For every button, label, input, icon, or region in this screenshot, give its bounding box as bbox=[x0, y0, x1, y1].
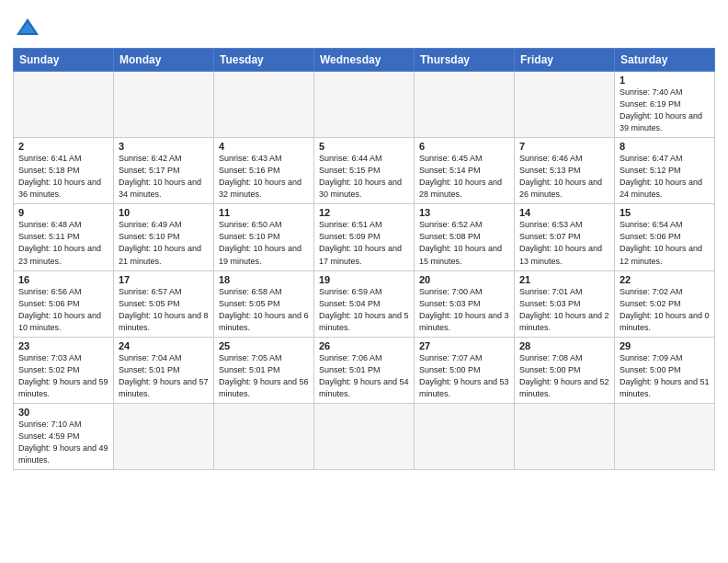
calendar-cell bbox=[114, 403, 214, 469]
calendar-cell: 4Sunrise: 6:43 AM Sunset: 5:16 PM Daylig… bbox=[214, 138, 314, 204]
week-row-2: 2Sunrise: 6:41 AM Sunset: 5:18 PM Daylig… bbox=[14, 138, 715, 204]
calendar-cell: 27Sunrise: 7:07 AM Sunset: 5:00 PM Dayli… bbox=[415, 337, 515, 403]
day-info: Sunrise: 7:05 AM Sunset: 5:01 PM Dayligh… bbox=[219, 352, 309, 400]
week-row-6: 30Sunrise: 7:10 AM Sunset: 4:59 PM Dayli… bbox=[14, 403, 715, 469]
day-info: Sunrise: 6:47 AM Sunset: 5:12 PM Dayligh… bbox=[620, 153, 710, 201]
calendar-cell: 2Sunrise: 6:41 AM Sunset: 5:18 PM Daylig… bbox=[14, 138, 114, 204]
calendar-cell: 7Sunrise: 6:46 AM Sunset: 5:13 PM Daylig… bbox=[515, 138, 615, 204]
day-number: 28 bbox=[519, 340, 609, 351]
day-number: 9 bbox=[18, 207, 108, 218]
col-header-monday: Monday bbox=[114, 49, 214, 72]
calendar-cell bbox=[14, 72, 114, 138]
day-info: Sunrise: 6:54 AM Sunset: 5:06 PM Dayligh… bbox=[620, 219, 710, 267]
day-number: 14 bbox=[519, 207, 609, 218]
day-number: 23 bbox=[18, 340, 108, 351]
calendar-cell: 10Sunrise: 6:49 AM Sunset: 5:10 PM Dayli… bbox=[114, 204, 214, 270]
calendar-cell: 1Sunrise: 7:40 AM Sunset: 6:19 PM Daylig… bbox=[615, 72, 715, 138]
day-number: 27 bbox=[419, 340, 509, 351]
calendar-cell: 25Sunrise: 7:05 AM Sunset: 5:01 PM Dayli… bbox=[214, 337, 314, 403]
day-number: 30 bbox=[18, 407, 108, 418]
day-number: 21 bbox=[519, 274, 609, 285]
day-info: Sunrise: 6:44 AM Sunset: 5:15 PM Dayligh… bbox=[319, 153, 409, 201]
day-number: 29 bbox=[620, 340, 710, 351]
col-header-tuesday: Tuesday bbox=[214, 49, 314, 72]
calendar-cell bbox=[415, 403, 515, 469]
calendar-cell: 20Sunrise: 7:00 AM Sunset: 5:03 PM Dayli… bbox=[415, 270, 515, 337]
day-info: Sunrise: 7:06 AM Sunset: 5:01 PM Dayligh… bbox=[319, 352, 409, 400]
calendar-cell: 18Sunrise: 6:58 AM Sunset: 5:05 PM Dayli… bbox=[214, 270, 314, 337]
col-header-thursday: Thursday bbox=[415, 49, 515, 72]
calendar-cell: 21Sunrise: 7:01 AM Sunset: 5:03 PM Dayli… bbox=[515, 270, 615, 337]
day-info: Sunrise: 6:42 AM Sunset: 5:17 PM Dayligh… bbox=[119, 153, 209, 201]
week-row-3: 9Sunrise: 6:48 AM Sunset: 5:11 PM Daylig… bbox=[14, 204, 715, 270]
week-row-5: 23Sunrise: 7:03 AM Sunset: 5:02 PM Dayli… bbox=[14, 337, 715, 403]
calendar-cell: 3Sunrise: 6:42 AM Sunset: 5:17 PM Daylig… bbox=[114, 138, 214, 204]
day-number: 18 bbox=[219, 274, 309, 285]
day-number: 4 bbox=[219, 141, 309, 152]
day-info: Sunrise: 6:49 AM Sunset: 5:10 PM Dayligh… bbox=[119, 219, 209, 267]
day-info: Sunrise: 6:45 AM Sunset: 5:14 PM Dayligh… bbox=[419, 153, 509, 201]
day-info: Sunrise: 7:03 AM Sunset: 5:02 PM Dayligh… bbox=[18, 352, 108, 400]
day-number: 5 bbox=[319, 141, 409, 152]
day-info: Sunrise: 6:41 AM Sunset: 5:18 PM Dayligh… bbox=[18, 153, 108, 201]
calendar-cell: 24Sunrise: 7:04 AM Sunset: 5:01 PM Dayli… bbox=[114, 337, 214, 403]
calendar-cell bbox=[114, 72, 214, 138]
calendar-cell bbox=[415, 72, 515, 138]
week-row-4: 16Sunrise: 6:56 AM Sunset: 5:06 PM Dayli… bbox=[14, 270, 715, 337]
day-number: 1 bbox=[620, 75, 710, 86]
day-info: Sunrise: 7:04 AM Sunset: 5:01 PM Dayligh… bbox=[119, 352, 209, 400]
logo bbox=[13, 15, 40, 40]
calendar-cell: 26Sunrise: 7:06 AM Sunset: 5:01 PM Dayli… bbox=[314, 337, 415, 403]
day-info: Sunrise: 7:00 AM Sunset: 5:03 PM Dayligh… bbox=[419, 286, 509, 334]
day-number: 10 bbox=[119, 207, 209, 218]
calendar-cell: 30Sunrise: 7:10 AM Sunset: 4:59 PM Dayli… bbox=[14, 403, 114, 469]
calendar-cell bbox=[314, 403, 415, 469]
day-number: 15 bbox=[620, 207, 710, 218]
calendar-cell: 22Sunrise: 7:02 AM Sunset: 5:02 PM Dayli… bbox=[615, 270, 715, 337]
calendar-cell: 5Sunrise: 6:44 AM Sunset: 5:15 PM Daylig… bbox=[314, 138, 415, 204]
day-info: Sunrise: 7:07 AM Sunset: 5:00 PM Dayligh… bbox=[419, 352, 509, 400]
day-info: Sunrise: 6:58 AM Sunset: 5:05 PM Dayligh… bbox=[219, 286, 309, 334]
calendar-cell: 12Sunrise: 6:51 AM Sunset: 5:09 PM Dayli… bbox=[314, 204, 415, 270]
col-header-sunday: Sunday bbox=[14, 49, 114, 72]
day-number: 8 bbox=[620, 141, 710, 152]
day-info: Sunrise: 6:43 AM Sunset: 5:16 PM Dayligh… bbox=[219, 153, 309, 201]
week-row-1: 1Sunrise: 7:40 AM Sunset: 6:19 PM Daylig… bbox=[14, 72, 715, 138]
day-info: Sunrise: 7:09 AM Sunset: 5:00 PM Dayligh… bbox=[620, 352, 710, 400]
day-info: Sunrise: 6:48 AM Sunset: 5:11 PM Dayligh… bbox=[18, 219, 108, 267]
page: SundayMondayTuesdayWednesdayThursdayFrid… bbox=[0, 0, 728, 563]
day-number: 2 bbox=[18, 141, 108, 152]
calendar-header-row: SundayMondayTuesdayWednesdayThursdayFrid… bbox=[14, 49, 715, 72]
day-info: Sunrise: 6:57 AM Sunset: 5:05 PM Dayligh… bbox=[119, 286, 209, 334]
day-number: 24 bbox=[119, 340, 209, 351]
day-info: Sunrise: 6:52 AM Sunset: 5:08 PM Dayligh… bbox=[419, 219, 509, 267]
day-info: Sunrise: 7:01 AM Sunset: 5:03 PM Dayligh… bbox=[519, 286, 609, 334]
col-header-wednesday: Wednesday bbox=[314, 49, 415, 72]
calendar-cell bbox=[214, 72, 314, 138]
calendar-cell bbox=[314, 72, 415, 138]
day-number: 22 bbox=[620, 274, 710, 285]
day-info: Sunrise: 7:02 AM Sunset: 5:02 PM Dayligh… bbox=[620, 286, 710, 334]
calendar-cell: 9Sunrise: 6:48 AM Sunset: 5:11 PM Daylig… bbox=[14, 204, 114, 270]
logo-icon bbox=[15, 15, 40, 40]
calendar-cell: 11Sunrise: 6:50 AM Sunset: 5:10 PM Dayli… bbox=[214, 204, 314, 270]
calendar-cell: 14Sunrise: 6:53 AM Sunset: 5:07 PM Dayli… bbox=[515, 204, 615, 270]
day-info: Sunrise: 7:40 AM Sunset: 6:19 PM Dayligh… bbox=[620, 86, 710, 134]
col-header-friday: Friday bbox=[515, 49, 615, 72]
day-number: 17 bbox=[119, 274, 209, 285]
calendar-cell: 13Sunrise: 6:52 AM Sunset: 5:08 PM Dayli… bbox=[415, 204, 515, 270]
calendar-cell bbox=[615, 403, 715, 469]
calendar-cell: 15Sunrise: 6:54 AM Sunset: 5:06 PM Dayli… bbox=[615, 204, 715, 270]
calendar-cell: 29Sunrise: 7:09 AM Sunset: 5:00 PM Dayli… bbox=[615, 337, 715, 403]
day-number: 6 bbox=[419, 141, 509, 152]
day-info: Sunrise: 6:51 AM Sunset: 5:09 PM Dayligh… bbox=[319, 219, 409, 267]
calendar-cell: 16Sunrise: 6:56 AM Sunset: 5:06 PM Dayli… bbox=[14, 270, 114, 337]
day-number: 3 bbox=[119, 141, 209, 152]
calendar-cell: 17Sunrise: 6:57 AM Sunset: 5:05 PM Dayli… bbox=[114, 270, 214, 337]
day-number: 7 bbox=[519, 141, 609, 152]
calendar-cell bbox=[515, 403, 615, 469]
day-number: 12 bbox=[319, 207, 409, 218]
day-number: 25 bbox=[219, 340, 309, 351]
day-number: 19 bbox=[319, 274, 409, 285]
calendar-cell: 28Sunrise: 7:08 AM Sunset: 5:00 PM Dayli… bbox=[515, 337, 615, 403]
